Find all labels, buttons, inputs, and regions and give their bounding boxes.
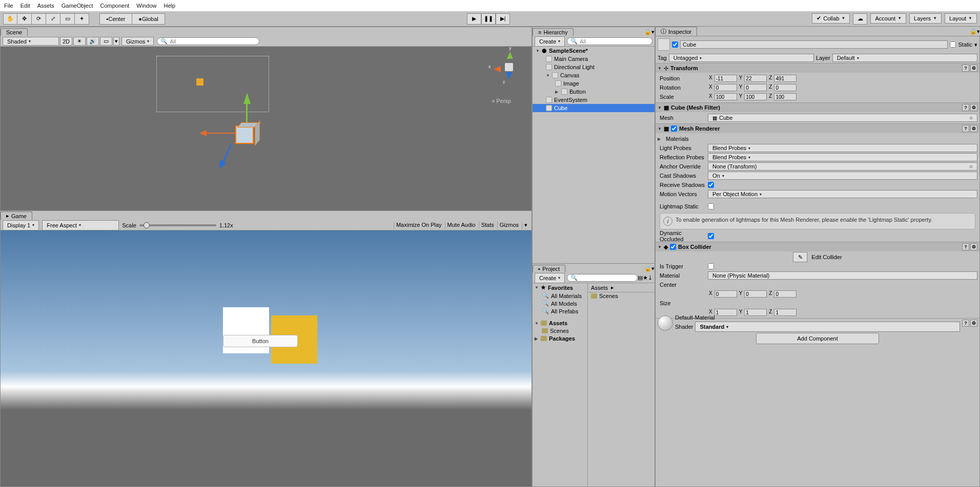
project-filter-icon[interactable]: ▤ bbox=[638, 274, 643, 281]
fav-item[interactable]: 🔍All Prefabs bbox=[533, 307, 587, 315]
scene-viewport[interactable]: x y z ≡ Persp bbox=[1, 47, 532, 210]
physmat-field[interactable]: None (Physic Material) bbox=[708, 271, 977, 280]
pos-z[interactable] bbox=[774, 75, 797, 82]
cloud-button[interactable]: ☁ bbox=[853, 13, 867, 25]
step-button[interactable]: ▶| bbox=[496, 13, 510, 25]
scl-z[interactable] bbox=[774, 93, 797, 100]
castshadow-dd[interactable]: On▾ bbox=[708, 172, 977, 180]
lightprobes-dd[interactable]: Blend Probes▾ bbox=[708, 144, 977, 152]
cen-z[interactable] bbox=[774, 290, 797, 298]
play-button[interactable]: ▶ bbox=[467, 13, 481, 25]
project-create[interactable]: Create▾ bbox=[535, 273, 565, 283]
scene-search[interactable]: 🔍All bbox=[157, 37, 259, 45]
pause-button[interactable]: ❚❚ bbox=[481, 13, 496, 25]
hierarchy-row[interactable]: Directional Light bbox=[533, 63, 655, 71]
help-icon[interactable]: ? bbox=[962, 125, 969, 132]
gear-icon[interactable]: ⚙ bbox=[970, 320, 977, 327]
tab-inspector[interactable]: ⓘ Inspector bbox=[655, 27, 697, 36]
meshrenderer-enabled[interactable] bbox=[671, 125, 677, 132]
gizmo-z-cone[interactable] bbox=[506, 72, 512, 79]
reflprobes-dd[interactable]: Blend Probes▾ bbox=[708, 153, 977, 161]
ui-button[interactable]: Button bbox=[223, 335, 298, 347]
collab-dropdown[interactable]: ✔ Collab▼ bbox=[812, 13, 850, 24]
recvshadow-checkbox[interactable] bbox=[708, 182, 714, 188]
gizmos-dropdown[interactable]: Gizmos▾ bbox=[121, 37, 154, 46]
aspect-dropdown[interactable]: Free Aspect▾ bbox=[42, 220, 119, 230]
hierarchy-row[interactable]: EventSystem bbox=[533, 96, 655, 104]
hierarchy-menu-icon[interactable]: ▾ bbox=[651, 29, 655, 35]
rot-y[interactable] bbox=[744, 84, 767, 91]
gear-icon[interactable]: ⚙ bbox=[970, 104, 977, 111]
help-icon[interactable]: ? bbox=[962, 104, 969, 111]
scale-slider[interactable] bbox=[139, 224, 216, 226]
meshfilter-header[interactable]: ▼▦Cube (Mesh Filter)?⚙ bbox=[656, 103, 979, 112]
transform-tool[interactable]: ✦ bbox=[75, 13, 89, 25]
project-item[interactable]: Scenes bbox=[588, 292, 655, 300]
hierarchy-lock-icon[interactable]: 🔒 bbox=[644, 29, 651, 35]
help-icon[interactable]: ? bbox=[962, 320, 969, 327]
hierarchy-row-selected[interactable]: Cube bbox=[533, 104, 655, 112]
layout-dropdown[interactable]: Layout▼ bbox=[945, 13, 977, 24]
shader-dd[interactable]: Standard▾ bbox=[695, 322, 960, 332]
hierarchy-row[interactable]: Image bbox=[533, 79, 655, 88]
move-tool[interactable]: ✥ bbox=[17, 13, 32, 25]
fx-dropdown[interactable]: ▾ bbox=[113, 37, 119, 46]
project-star-icon[interactable]: ★ bbox=[643, 274, 648, 281]
2d-toggle[interactable]: 2D bbox=[60, 37, 72, 46]
hierarchy-row[interactable]: ▶Button bbox=[533, 88, 655, 96]
mesh-field[interactable]: ▦ Cube○ bbox=[708, 114, 977, 122]
rot-z[interactable] bbox=[774, 84, 797, 91]
packages-folder[interactable]: ▶Packages bbox=[533, 334, 587, 343]
tab-project[interactable]: ▪ Project bbox=[533, 265, 565, 272]
display-dropdown[interactable]: Display 1▾ bbox=[3, 220, 39, 230]
pos-x[interactable] bbox=[714, 75, 737, 82]
scl-y[interactable] bbox=[744, 93, 767, 100]
orientation-gizmo[interactable]: x y z bbox=[494, 52, 524, 82]
gameobject-name-field[interactable] bbox=[680, 40, 948, 49]
gear-icon[interactable]: ⚙ bbox=[970, 125, 977, 132]
transform-header[interactable]: ▼⊹Transform?⚙ bbox=[656, 63, 979, 73]
gizmo-center[interactable] bbox=[505, 63, 513, 71]
project-save-icon[interactable]: ⤓ bbox=[648, 274, 652, 281]
maximize-on-play[interactable]: Maximize On Play bbox=[394, 222, 444, 228]
meshrenderer-header[interactable]: ▼▦Mesh Renderer?⚙ bbox=[656, 124, 979, 133]
inspector-lock-icon[interactable]: 🔒 bbox=[970, 28, 977, 35]
menu-window[interactable]: Window bbox=[136, 3, 156, 9]
cen-y[interactable] bbox=[744, 290, 767, 298]
account-dropdown[interactable]: Account▼ bbox=[870, 13, 906, 24]
project-lock-icon[interactable]: 🔒 bbox=[644, 265, 651, 272]
tab-scene[interactable]: Scene bbox=[1, 28, 28, 36]
audio-toggle[interactable]: 🔊 bbox=[87, 37, 99, 46]
hierarchy-search[interactable]: 🔍All bbox=[567, 37, 652, 45]
breadcrumb-item[interactable]: Assets bbox=[591, 285, 608, 291]
lighting-toggle[interactable]: ☀ bbox=[73, 37, 86, 46]
hierarchy-row[interactable]: Main Camera bbox=[533, 55, 655, 63]
layers-dropdown[interactable]: Layers▼ bbox=[909, 13, 942, 24]
shading-mode-dropdown[interactable]: Shaded▾ bbox=[3, 37, 59, 46]
scene-row[interactable]: ▼⬢SampleScene* bbox=[533, 47, 655, 55]
menu-gameobject[interactable]: GameObject bbox=[62, 3, 93, 9]
project-search[interactable]: 🔍 bbox=[567, 274, 638, 282]
game-viewport[interactable]: Button bbox=[1, 230, 532, 486]
motion-dd[interactable]: Per Object Motion▾ bbox=[708, 190, 977, 198]
favorites-header[interactable]: ▼★Favorites bbox=[533, 283, 587, 292]
pivot-center-toggle[interactable]: ▪ Center bbox=[99, 13, 132, 25]
persp-label[interactable]: ≡ Persp bbox=[492, 98, 511, 104]
static-dropdown[interactable]: ▾ bbox=[974, 41, 977, 48]
static-checkbox[interactable] bbox=[950, 41, 956, 48]
anchor-field[interactable]: None (Transform)○ bbox=[708, 162, 977, 171]
fx-toggle[interactable]: ▭ bbox=[100, 37, 112, 46]
help-icon[interactable]: ? bbox=[962, 65, 969, 72]
layer-dropdown[interactable]: Default▾ bbox=[832, 54, 977, 62]
project-menu-icon[interactable]: ▾ bbox=[651, 265, 655, 272]
edit-collider-button[interactable]: ✎ bbox=[793, 252, 807, 262]
assets-folder[interactable]: ▼Assets bbox=[533, 319, 587, 327]
tab-hierarchy[interactable]: ≡ Hierarchy bbox=[533, 28, 574, 36]
hand-tool[interactable]: ✋ bbox=[3, 13, 17, 25]
menu-file[interactable]: File bbox=[4, 3, 13, 9]
pivot-global-toggle[interactable]: ● Global bbox=[132, 13, 165, 25]
gear-icon[interactable]: ⚙ bbox=[970, 243, 977, 250]
istrigger-checkbox[interactable] bbox=[708, 263, 714, 269]
lightmap-checkbox[interactable] bbox=[708, 203, 714, 209]
gameobject-active-checkbox[interactable] bbox=[672, 41, 678, 48]
